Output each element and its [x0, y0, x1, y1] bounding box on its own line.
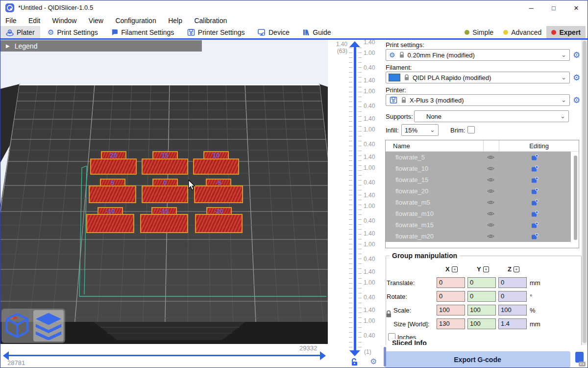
layer-slider-track[interactable]: [354, 47, 356, 354]
menu-item[interactable]: View: [84, 15, 108, 25]
scale-lock-icon[interactable]: [385, 310, 392, 318]
object-row[interactable]: flowrate_m15: [386, 219, 571, 231]
translate-z-field[interactable]: 0: [498, 277, 527, 288]
edit-settings-icon[interactable]: [498, 210, 571, 217]
eye-icon[interactable]: [483, 155, 498, 160]
object-row[interactable]: flowrate_10: [386, 163, 571, 174]
object-row[interactable]: flowrate_m10: [386, 208, 571, 219]
eye-icon[interactable]: [483, 200, 498, 205]
infill-combo[interactable]: 15% ⌄: [401, 124, 439, 136]
translate-x-field[interactable]: 0: [437, 277, 465, 288]
mode-simple[interactable]: Simple: [460, 26, 498, 38]
edit-settings-icon[interactable]: [498, 199, 571, 206]
mode-advanced[interactable]: Advanced: [498, 26, 546, 38]
object-name[interactable]: flowrate_m15: [386, 221, 483, 229]
eye-icon[interactable]: [483, 177, 498, 183]
tab-device[interactable]: Device: [252, 26, 295, 38]
export-to-sd-button[interactable]: [572, 350, 587, 368]
tab-printer-settings[interactable]: Printer Settings: [182, 26, 250, 38]
size-y-field[interactable]: 100: [467, 318, 496, 329]
edit-settings-icon[interactable]: [498, 222, 571, 229]
slider-settings-gear-icon[interactable]: ⚙: [370, 357, 377, 366]
object-row[interactable]: flowrate_5: [386, 152, 571, 163]
object-name[interactable]: flowrate_m10: [386, 210, 483, 217]
object-list-scrollbar[interactable]: [574, 156, 577, 240]
translate-y-field[interactable]: 0: [467, 277, 496, 288]
axis-marker-icon[interactable]: [452, 266, 458, 272]
minimize-button[interactable]: ─: [520, 0, 542, 15]
menu-item[interactable]: Help: [163, 15, 187, 25]
menu-item[interactable]: Window: [48, 15, 82, 25]
column-name[interactable]: Name: [386, 142, 483, 150]
object-row[interactable]: flowrate_15: [386, 174, 571, 185]
edit-settings-icon[interactable]: [498, 165, 571, 172]
flowrate-patch[interactable]: 0: [142, 179, 188, 203]
rotate-y-field[interactable]: 0: [467, 291, 496, 302]
size-x-field[interactable]: 130: [437, 318, 465, 329]
scale-x-field[interactable]: 100: [437, 305, 465, 315]
flowrate-patch[interactable]: 10: [193, 151, 239, 175]
object-name[interactable]: flowrate_15: [386, 176, 483, 184]
print-settings-combo[interactable]: ⚙ 0.20mm Fine (modified) ⌄: [386, 49, 570, 61]
eye-icon[interactable]: [483, 211, 498, 216]
menu-item[interactable]: Configuration: [110, 15, 161, 25]
mode-expert[interactable]: Expert: [546, 26, 586, 38]
object-row[interactable]: flowrate_m20: [386, 231, 571, 242]
object-name[interactable]: flowrate_m5: [386, 199, 483, 206]
menu-item[interactable]: Calibration: [189, 15, 232, 25]
gcode-slider-track[interactable]: [8, 355, 321, 356]
menu-item[interactable]: File: [0, 15, 22, 25]
eye-icon[interactable]: [483, 166, 498, 171]
column-visibility[interactable]: [483, 140, 499, 151]
size-z-field[interactable]: 1.4: [498, 318, 527, 329]
tab-guide[interactable]: Guide: [297, 26, 336, 38]
unlock-icon[interactable]: [350, 358, 358, 366]
edit-settings-icon[interactable]: [498, 233, 571, 240]
brim-checkbox[interactable]: [467, 126, 475, 133]
axis-marker-icon[interactable]: [483, 266, 489, 272]
flowrate-patch[interactable]: -15: [140, 207, 188, 233]
edit-settings-icon[interactable]: [498, 177, 571, 184]
editor-view-button[interactable]: [2, 310, 32, 342]
tab-plater[interactable]: Plater: [0, 26, 40, 38]
object-row[interactable]: flowrate_m5: [386, 197, 571, 208]
edit-settings-icon[interactable]: [498, 154, 571, 161]
viewport-3d[interactable]: ▶ Legend 20 15 10 5: [0, 40, 328, 344]
layer-slider-upper-thumb[interactable]: [349, 41, 360, 47]
flowrate-patch[interactable]: -5: [194, 179, 243, 203]
edit-settings-icon[interactable]: [498, 188, 571, 195]
scale-z-field[interactable]: 100: [498, 305, 527, 315]
gcode-slider-right-thumb[interactable]: [320, 351, 326, 360]
eye-icon[interactable]: [483, 188, 498, 194]
object-name[interactable]: flowrate_5: [386, 154, 483, 161]
column-editing[interactable]: Editing: [499, 140, 579, 151]
axis-marker-icon[interactable]: [514, 266, 519, 272]
sidebar-left-scroll-thumb[interactable]: [384, 347, 386, 367]
object-name[interactable]: flowrate_m20: [386, 233, 483, 240]
print-settings-gear-button[interactable]: ⚙: [573, 50, 580, 60]
maximize-button[interactable]: □: [542, 0, 565, 15]
tab-print-settings[interactable]: ⚙ Print Settings: [42, 26, 103, 38]
legend-bar[interactable]: ▶ Legend: [0, 40, 202, 52]
export-gcode-button[interactable]: Export G-code: [385, 351, 570, 368]
sidebar-scrollbar-thumb[interactable]: [583, 41, 587, 343]
object-row[interactable]: flowrate_20: [386, 185, 571, 197]
eye-icon[interactable]: [483, 234, 498, 239]
preview-view-button[interactable]: [33, 310, 64, 342]
object-name[interactable]: flowrate_20: [386, 187, 483, 195]
scale-y-field[interactable]: 100: [467, 305, 496, 315]
filament-combo[interactable]: QIDI PLA Rapido (modified) ⌄: [386, 72, 570, 83]
flowrate-patch[interactable]: -20: [195, 207, 243, 233]
menu-item[interactable]: Edit: [24, 15, 45, 25]
supports-combo[interactable]: None ⌄: [414, 110, 569, 122]
object-name[interactable]: flowrate_10: [386, 165, 483, 172]
filament-gear-button[interactable]: ⚙: [573, 73, 580, 83]
rotate-x-field[interactable]: 0: [437, 291, 465, 302]
rotate-z-field[interactable]: 0: [498, 291, 527, 302]
flowrate-patch[interactable]: 20: [90, 151, 137, 175]
tab-filament-settings[interactable]: Filament Settings: [105, 26, 179, 38]
eye-icon[interactable]: [483, 222, 498, 228]
close-button[interactable]: ✕: [565, 0, 588, 15]
flowrate-patch[interactable]: 15: [142, 151, 188, 175]
layer-slider-lower-thumb[interactable]: [349, 350, 360, 356]
